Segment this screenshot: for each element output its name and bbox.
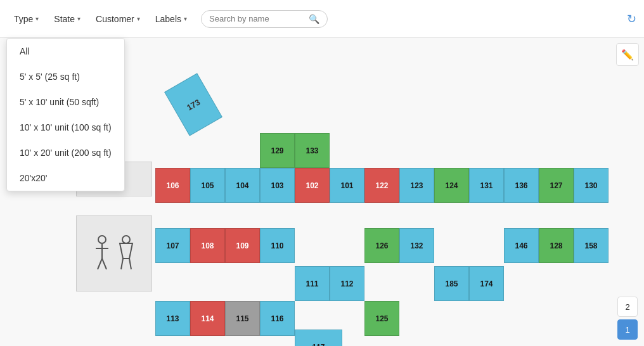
page-1-button[interactable]: 1 xyxy=(617,319,638,340)
customer-label: Customer xyxy=(96,14,134,24)
unit-110[interactable]: 110 xyxy=(260,228,295,263)
customer-dropdown-button[interactable]: Customer ▾ xyxy=(89,10,146,28)
state-dropdown-button[interactable]: State ▾ xyxy=(48,10,87,28)
unit-122[interactable]: 122 xyxy=(364,168,399,203)
dropdown-item-10x10[interactable]: 10' x 10' unit (100 sq ft) xyxy=(7,115,124,140)
unit-112[interactable]: 112 xyxy=(330,266,364,301)
pagination: 2 1 xyxy=(617,297,638,340)
unit-131[interactable]: 131 xyxy=(469,168,504,203)
type-dropdown-menu: All 5' x 5' (25 sq ft) 5' x 10' unit (50… xyxy=(6,38,125,191)
customer-arrow-icon: ▾ xyxy=(137,15,140,22)
dropdown-item-20x20[interactable]: 20'x20' xyxy=(7,165,124,191)
dropdown-item-5x10[interactable]: 5' x 10' unit (50 sqft) xyxy=(7,89,124,115)
unit-106[interactable]: 106 xyxy=(155,168,190,203)
unit-158[interactable]: 158 xyxy=(574,228,609,263)
labels-dropdown-button[interactable]: Labels ▾ xyxy=(149,10,193,28)
edit-icon: ✏️ xyxy=(621,49,634,61)
search-icon: 🔍 xyxy=(309,14,319,24)
svg-line-7 xyxy=(121,259,123,269)
unit-174[interactable]: 174 xyxy=(469,266,504,301)
unit-130[interactable]: 130 xyxy=(574,168,609,203)
unit-111[interactable]: 111 xyxy=(295,266,330,301)
unit-116[interactable]: 116 xyxy=(260,301,295,336)
svg-line-4 xyxy=(102,259,106,269)
unit-115[interactable]: 115 xyxy=(225,301,260,336)
svg-point-5 xyxy=(122,236,130,243)
dropdown-item-5x5[interactable]: 5' x 5' (25 sq ft) xyxy=(7,64,124,89)
svg-line-3 xyxy=(98,259,102,269)
female-person-icon xyxy=(117,234,136,272)
male-person-icon xyxy=(93,234,112,272)
unit-104[interactable]: 104 xyxy=(225,168,260,203)
unit-107[interactable]: 107 xyxy=(155,228,190,263)
bathroom-icon xyxy=(93,234,136,272)
unit-109[interactable]: 109 xyxy=(225,228,260,263)
unit-117[interactable]: 117 xyxy=(295,330,342,346)
unit-129[interactable]: 129 xyxy=(260,133,295,168)
svg-line-8 xyxy=(129,259,131,269)
toolbar: Type ▾ State ▾ Customer ▾ Labels ▾ 🔍 ↻ xyxy=(0,0,644,38)
edit-button[interactable]: ✏️ xyxy=(616,43,639,66)
type-label: Type xyxy=(14,14,33,24)
unit-133[interactable]: 133 xyxy=(295,133,330,168)
unit-105[interactable]: 105 xyxy=(190,168,225,203)
refresh-button[interactable]: ↻ xyxy=(627,12,636,26)
labels-label: Labels xyxy=(155,14,181,24)
unit-146[interactable]: 146 xyxy=(504,228,539,263)
unit-114[interactable]: 114 xyxy=(190,301,225,336)
unit-125[interactable]: 125 xyxy=(364,301,399,336)
unit-123[interactable]: 123 xyxy=(399,168,434,203)
unit-173[interactable]: 173 xyxy=(164,73,222,136)
svg-marker-6 xyxy=(120,243,132,259)
dropdown-item-all[interactable]: All xyxy=(7,39,124,64)
unit-101[interactable]: 101 xyxy=(330,168,364,203)
unit-126[interactable]: 126 xyxy=(364,228,399,263)
unit-102[interactable]: 102 xyxy=(295,168,330,203)
unit-128[interactable]: 128 xyxy=(539,228,574,263)
state-label: State xyxy=(54,14,75,24)
type-arrow-icon: ▾ xyxy=(35,15,39,22)
unit-113[interactable]: 113 xyxy=(155,301,190,336)
unit-132[interactable]: 132 xyxy=(399,228,434,263)
unit-185[interactable]: 185 xyxy=(434,266,469,301)
unit-136[interactable]: 136 xyxy=(504,168,539,203)
state-arrow-icon: ▾ xyxy=(77,15,80,22)
bathroom-area xyxy=(76,215,152,292)
unit-108[interactable]: 108 xyxy=(190,228,225,263)
search-box[interactable]: 🔍 xyxy=(201,10,328,28)
svg-point-0 xyxy=(98,236,106,243)
labels-arrow-icon: ▾ xyxy=(184,15,187,22)
type-dropdown-button[interactable]: Type ▾ xyxy=(8,10,45,28)
page-2-button[interactable]: 2 xyxy=(617,297,638,317)
unit-103[interactable]: 103 xyxy=(260,168,295,203)
search-input[interactable] xyxy=(209,14,305,23)
dropdown-item-10x20[interactable]: 10' x 20' unit (200 sq ft) xyxy=(7,140,124,165)
unit-127[interactable]: 127 xyxy=(539,168,574,203)
unit-124[interactable]: 124 xyxy=(434,168,469,203)
